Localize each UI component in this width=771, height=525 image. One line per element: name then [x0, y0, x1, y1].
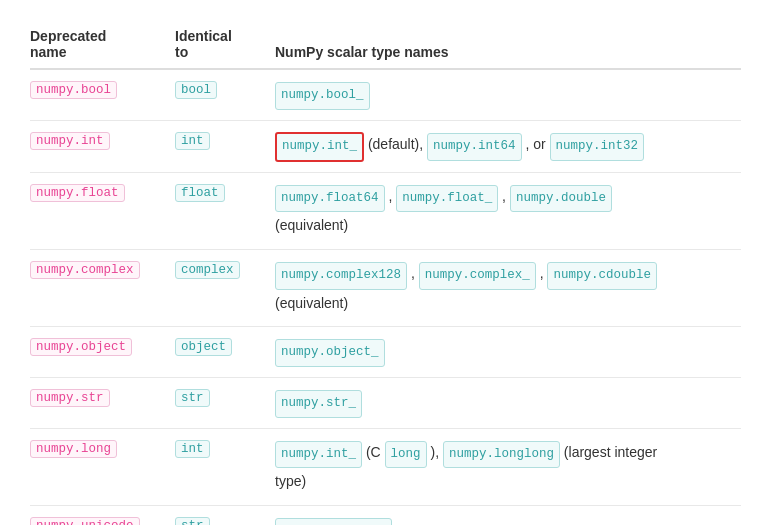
table-row: numpy.object object numpy.object_ [30, 327, 741, 378]
deprecated-name: numpy.object [30, 338, 132, 356]
identical-name: str [175, 389, 210, 407]
table-row: numpy.long int numpy.int_ (C long ), num… [30, 428, 741, 505]
numpy-type-badge: numpy.float_ [396, 185, 498, 213]
numpy-type-badge: numpy.int_ [275, 441, 362, 469]
numpy-types: numpy.float64 , numpy.float_ , numpy.dou… [275, 172, 741, 249]
deprecated-name: numpy.float [30, 184, 125, 202]
c-text: (C [366, 444, 385, 460]
header-deprecated: Deprecatedname [30, 20, 175, 69]
table-row: numpy.float float numpy.float64 , numpy.… [30, 172, 741, 249]
table-row: numpy.str str numpy.str_ [30, 377, 741, 428]
identical-name: float [175, 184, 225, 202]
numpy-types: numpy.int_ (default), numpy.int64 , or n… [275, 120, 741, 172]
identical-name: complex [175, 261, 240, 279]
numpy-type-badge: numpy.int32 [550, 133, 645, 161]
numpy-type-badge: numpy.double [510, 185, 612, 213]
sep-text: , [388, 188, 396, 204]
numpy-type-badge: numpy.complex128 [275, 262, 407, 290]
default-text: (default), [368, 136, 427, 152]
sep-text: , or [525, 136, 549, 152]
table-row: numpy.bool bool numpy.bool_ [30, 69, 741, 120]
numpy-types: numpy.unicode_ [275, 506, 741, 525]
sep-text: , [502, 188, 510, 204]
numpy-types: numpy.bool_ [275, 69, 741, 120]
table-row: numpy.unicode str numpy.unicode_ [30, 506, 741, 525]
deprecated-name: numpy.unicode [30, 517, 140, 525]
table-row: numpy.int int numpy.int_ (default), nump… [30, 120, 741, 172]
sep-text: , [411, 265, 419, 281]
numpy-type-badge: numpy.int64 [427, 133, 522, 161]
equivalent-text: (equivalent) [275, 217, 348, 233]
numpy-deprecation-table: Deprecatedname Identicalto NumPy scalar … [30, 20, 741, 525]
largest-text: (largest integer [564, 444, 657, 460]
numpy-types: numpy.int_ (C long ), numpy.longlong (la… [275, 428, 741, 505]
numpy-type-badge: long [385, 441, 427, 469]
numpy-types: numpy.object_ [275, 327, 741, 378]
deprecated-name: numpy.long [30, 440, 117, 458]
sep-text: , [540, 265, 548, 281]
identical-name: str [175, 517, 210, 525]
deprecated-name: numpy.str [30, 389, 110, 407]
identical-name: bool [175, 81, 217, 99]
deprecated-name: numpy.bool [30, 81, 117, 99]
paren-text: ), [430, 444, 442, 460]
numpy-type-badge: numpy.complex_ [419, 262, 536, 290]
deprecated-name: numpy.complex [30, 261, 140, 279]
header-identical: Identicalto [175, 20, 275, 69]
numpy-type-badge: numpy.unicode_ [275, 518, 392, 525]
table-row: numpy.complex complex numpy.complex128 ,… [30, 249, 741, 326]
type-text: type) [275, 473, 306, 489]
numpy-types: numpy.complex128 , numpy.complex_ , nump… [275, 249, 741, 326]
numpy-type-badge: numpy.bool_ [275, 82, 370, 110]
identical-name: int [175, 132, 210, 150]
numpy-type-badge-highlight: numpy.int_ [275, 132, 364, 162]
numpy-type-badge: numpy.object_ [275, 339, 385, 367]
identical-name: int [175, 440, 210, 458]
numpy-type-badge: numpy.cdouble [547, 262, 657, 290]
numpy-type-badge: numpy.str_ [275, 390, 362, 418]
numpy-types: numpy.str_ [275, 377, 741, 428]
equivalent-text: (equivalent) [275, 295, 348, 311]
deprecated-name: numpy.int [30, 132, 110, 150]
numpy-type-badge: numpy.float64 [275, 185, 385, 213]
header-numpy: NumPy scalar type names [275, 20, 741, 69]
identical-name: object [175, 338, 232, 356]
numpy-type-badge: numpy.longlong [443, 441, 560, 469]
